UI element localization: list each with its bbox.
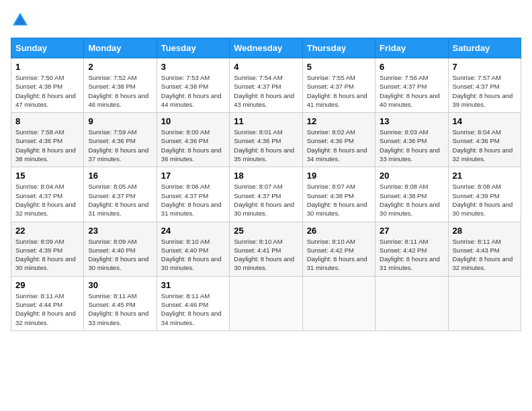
day-info: Sunrise: 8:07 AMSunset: 4:37 PMDaylight:… [234,182,298,218]
calendar-cell: 28 Sunrise: 8:11 AMSunset: 4:43 PMDaylig… [448,222,521,276]
calendar-table: SundayMondayTuesdayWednesdayThursdayFrid… [11,38,521,331]
calendar-week-row: 8 Sunrise: 7:58 AMSunset: 4:36 PMDayligh… [11,113,521,167]
day-info: Sunrise: 7:59 AMSunset: 4:36 PMDaylight:… [88,128,152,163]
day-number: 2 [88,62,152,72]
calendar-cell: 21 Sunrise: 8:08 AMSunset: 4:39 PMDaylig… [448,167,521,222]
day-number: 30 [88,280,152,290]
calendar-cell: 3 Sunrise: 7:53 AMSunset: 4:38 PMDayligh… [157,58,229,113]
day-number: 9 [88,116,152,126]
logo [11,11,32,30]
day-number: 22 [15,226,79,236]
calendar-cell: 7 Sunrise: 7:57 AMSunset: 4:37 PMDayligh… [448,58,521,113]
calendar-cell: 13 Sunrise: 8:03 AMSunset: 4:36 PMDaylig… [375,113,448,167]
day-info: Sunrise: 8:03 AMSunset: 4:36 PMDaylight:… [380,128,443,163]
calendar-week-row: 22 Sunrise: 8:09 AMSunset: 4:39 PMDaylig… [11,222,521,276]
day-info: Sunrise: 8:11 AMSunset: 4:44 PMDaylight:… [15,291,79,327]
day-info: Sunrise: 8:08 AMSunset: 4:39 PMDaylight:… [453,182,517,218]
day-number: 20 [380,171,443,181]
day-info: Sunrise: 8:10 AMSunset: 4:42 PMDaylight:… [307,237,371,273]
day-number: 31 [161,280,225,290]
calendar-cell: 26 Sunrise: 8:10 AMSunset: 4:42 PMDaylig… [302,222,375,276]
day-info: Sunrise: 8:10 AMSunset: 4:41 PMDaylight:… [234,237,298,273]
day-number: 28 [453,226,517,236]
weekday-header-sunday: Sunday [11,38,84,58]
calendar-cell: 14 Sunrise: 8:04 AMSunset: 4:36 PMDaylig… [448,113,521,167]
calendar-cell: 9 Sunrise: 7:59 AMSunset: 4:36 PMDayligh… [84,113,157,167]
calendar-cell: 19 Sunrise: 8:07 AMSunset: 4:38 PMDaylig… [302,167,375,222]
calendar-cell: 16 Sunrise: 8:05 AMSunset: 4:37 PMDaylig… [84,167,157,222]
calendar-cell: 25 Sunrise: 8:10 AMSunset: 4:41 PMDaylig… [230,222,302,276]
day-number: 15 [15,171,79,181]
calendar-cell: 11 Sunrise: 8:01 AMSunset: 4:36 PMDaylig… [230,113,302,167]
day-number: 5 [307,62,371,72]
day-info: Sunrise: 8:00 AMSunset: 4:36 PMDaylight:… [161,128,225,163]
day-info: Sunrise: 8:09 AMSunset: 4:40 PMDaylight:… [88,237,152,273]
weekday-header-monday: Monday [84,38,157,58]
calendar-cell: 2 Sunrise: 7:52 AMSunset: 4:38 PMDayligh… [84,58,157,113]
weekday-header-tuesday: Tuesday [157,38,229,58]
day-number: 7 [453,62,517,72]
day-info: Sunrise: 8:10 AMSunset: 4:40 PMDaylight:… [161,237,225,273]
day-info: Sunrise: 8:07 AMSunset: 4:38 PMDaylight:… [307,182,371,218]
day-number: 24 [161,226,225,236]
day-number: 11 [234,116,298,126]
calendar-cell [448,276,521,330]
day-info: Sunrise: 8:02 AMSunset: 4:36 PMDaylight:… [307,128,371,163]
day-info: Sunrise: 8:11 AMSunset: 4:42 PMDaylight:… [380,237,443,273]
weekday-header-row: SundayMondayTuesdayWednesdayThursdayFrid… [11,38,521,58]
day-info: Sunrise: 7:58 AMSunset: 4:36 PMDaylight:… [15,128,79,163]
day-number: 13 [380,116,443,126]
day-number: 3 [161,62,225,72]
weekday-header-friday: Friday [375,38,448,58]
calendar-cell: 29 Sunrise: 8:11 AMSunset: 4:44 PMDaylig… [11,276,84,330]
weekday-header-thursday: Thursday [302,38,375,58]
day-number: 25 [234,226,298,236]
day-number: 26 [307,226,371,236]
day-info: Sunrise: 8:08 AMSunset: 4:38 PMDaylight:… [380,182,443,218]
weekday-header-saturday: Saturday [448,38,521,58]
day-info: Sunrise: 8:06 AMSunset: 4:37 PMDaylight:… [161,182,225,218]
calendar-cell [375,276,448,330]
day-info: Sunrise: 8:11 AMSunset: 4:43 PMDaylight:… [453,237,517,273]
day-info: Sunrise: 8:04 AMSunset: 4:36 PMDaylight:… [453,128,517,163]
day-number: 12 [307,116,371,126]
calendar-cell: 22 Sunrise: 8:09 AMSunset: 4:39 PMDaylig… [11,222,84,276]
day-number: 23 [88,226,152,236]
calendar-week-row: 15 Sunrise: 8:04 AMSunset: 4:37 PMDaylig… [11,167,521,222]
day-info: Sunrise: 7:54 AMSunset: 4:37 PMDaylight:… [234,73,298,109]
day-number: 1 [15,62,79,72]
day-number: 4 [234,62,298,72]
weekday-header-wednesday: Wednesday [230,38,302,58]
day-number: 27 [380,226,443,236]
calendar-cell: 6 Sunrise: 7:56 AMSunset: 4:37 PMDayligh… [375,58,448,113]
day-info: Sunrise: 7:50 AMSunset: 4:38 PMDaylight:… [15,73,79,109]
day-number: 8 [15,116,79,126]
calendar-cell: 12 Sunrise: 8:02 AMSunset: 4:36 PMDaylig… [302,113,375,167]
calendar-cell: 1 Sunrise: 7:50 AMSunset: 4:38 PMDayligh… [11,58,84,113]
day-info: Sunrise: 8:04 AMSunset: 4:37 PMDaylight:… [15,182,79,218]
day-number: 10 [161,116,225,126]
day-number: 18 [234,171,298,181]
calendar-cell: 18 Sunrise: 8:07 AMSunset: 4:37 PMDaylig… [230,167,302,222]
calendar-cell: 17 Sunrise: 8:06 AMSunset: 4:37 PMDaylig… [157,167,229,222]
day-number: 17 [161,171,225,181]
calendar-week-row: 29 Sunrise: 8:11 AMSunset: 4:44 PMDaylig… [11,276,521,330]
day-info: Sunrise: 8:05 AMSunset: 4:37 PMDaylight:… [88,182,152,218]
logo-icon [11,11,30,30]
calendar-cell: 10 Sunrise: 8:00 AMSunset: 4:36 PMDaylig… [157,113,229,167]
calendar-cell: 31 Sunrise: 8:11 AMSunset: 4:46 PMDaylig… [157,276,229,330]
day-info: Sunrise: 8:09 AMSunset: 4:39 PMDaylight:… [15,237,79,273]
calendar-cell [302,276,375,330]
day-number: 16 [88,171,152,181]
page-header [11,11,521,30]
calendar-cell: 27 Sunrise: 8:11 AMSunset: 4:42 PMDaylig… [375,222,448,276]
day-number: 19 [307,171,371,181]
day-info: Sunrise: 8:11 AMSunset: 4:45 PMDaylight:… [88,291,152,327]
day-number: 14 [453,116,517,126]
day-info: Sunrise: 7:57 AMSunset: 4:37 PMDaylight:… [453,73,517,109]
day-info: Sunrise: 8:01 AMSunset: 4:36 PMDaylight:… [234,128,298,163]
calendar-cell [230,276,302,330]
calendar-cell: 20 Sunrise: 8:08 AMSunset: 4:38 PMDaylig… [375,167,448,222]
day-info: Sunrise: 7:52 AMSunset: 4:38 PMDaylight:… [88,73,152,109]
day-info: Sunrise: 8:11 AMSunset: 4:46 PMDaylight:… [161,291,225,327]
